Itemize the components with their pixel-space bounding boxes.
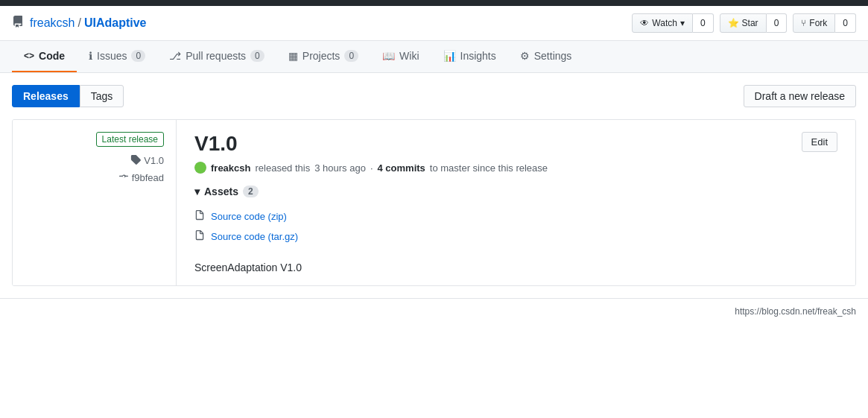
releases-sidebar: Latest release V1.0 f9bfead [13,120,177,285]
releases-page: Releases Tags Draft a new release Latest… [0,73,868,298]
asset-zip-label: Source code (zip) [211,211,287,222]
release-verb: released this [255,162,310,174]
asset-zip-link[interactable]: Source code (zip) [194,206,837,227]
releases-toolbar: Releases Tags Draft a new release [12,85,856,107]
watch-count: 0 [693,13,714,33]
tab-settings[interactable]: ⚙ Settings [508,41,584,72]
tag-icon [130,154,141,167]
tab-projects-label: Projects [302,50,340,62]
tab-issues[interactable]: ℹ Issues 0 [77,41,157,72]
projects-icon: ▦ [288,50,298,62]
asset-targz-link[interactable]: Source code (tar.gz) [194,227,837,247]
release-time: 3 hours ago [314,162,366,174]
tab-wiki[interactable]: 📖 Wiki [370,41,431,72]
release-author-link[interactable]: freakcsh [211,162,250,174]
top-bar [0,0,868,6]
release-description: ScreenAdaptation V1.0 [194,262,837,273]
repo-icon [12,16,24,31]
commits-suffix: to master since this release [430,162,548,174]
tab-insights-label: Insights [460,50,496,62]
watch-label: Watch [652,18,677,28]
star-count: 0 [767,13,788,33]
fork-button[interactable]: ⑂ Fork [793,13,835,33]
tab-releases[interactable]: Releases [12,85,80,107]
tab-code-label: Code [39,50,65,62]
sidebar-commit-row: f9bfead [25,171,164,184]
star-button[interactable]: ⭐ Star [720,13,767,33]
fork-btn-group: ⑂ Fork 0 [793,13,856,33]
file-icon-zip [194,210,205,223]
footer: https://blog.csdn.net/freak_csh [0,298,868,324]
pr-badge: 0 [250,50,264,62]
repo-name-link[interactable]: UIAdaptive [84,16,147,30]
header-actions: 👁 Watch ▾ 0 ⭐ Star 0 ⑂ Fork 0 [632,13,856,33]
tab-insights[interactable]: 📊 Insights [431,41,508,72]
tab-releases-label: Releases [23,90,69,102]
fork-label: Fork [809,18,827,28]
tab-code[interactable]: <> Code [12,41,77,72]
insights-icon: 📊 [443,50,456,62]
release-dot: · [370,162,373,174]
tab-tags-label: Tags [91,90,113,102]
tab-settings-label: Settings [534,50,572,62]
repo-owner-link[interactable]: freakcsh [30,16,75,30]
release-meta: freakcsh released this 3 hours ago · 4 c… [194,162,837,174]
draft-new-release-button[interactable]: Draft a new release [744,85,856,107]
wiki-icon: 📖 [382,50,395,62]
fork-count: 0 [835,13,856,33]
author-avatar [194,162,206,174]
tab-tags[interactable]: Tags [80,85,124,107]
tab-wiki-label: Wiki [399,50,419,62]
code-icon: <> [24,51,34,61]
issues-badge: 0 [131,50,145,62]
sidebar-tag-value: V1.0 [144,155,164,166]
asset-targz-label: Source code (tar.gz) [211,231,298,242]
tab-pull-requests[interactable]: ⎇ Pull requests 0 [157,41,276,72]
sidebar-commit-link[interactable]: f9bfead [132,172,164,183]
repo-breadcrumb: freakcsh / UIAdaptive [12,16,147,31]
watch-button[interactable]: 👁 Watch ▾ [632,13,693,33]
pr-icon: ⎇ [169,50,181,62]
assets-section: ▾ Assets 2 Source code (zip) Source code… [194,186,837,247]
releases-tabs: Releases Tags [12,85,124,107]
fork-icon: ⑂ [801,18,806,28]
tab-issues-label: Issues [97,50,127,62]
sidebar-tag-row: V1.0 [25,154,164,167]
watch-dropdown-icon: ▾ [680,18,685,28]
latest-release-badge: Latest release [96,132,164,147]
star-icon: ⭐ [728,18,739,28]
projects-badge: 0 [344,50,358,62]
footer-url: https://blog.csdn.net/freak_csh [735,306,856,317]
edit-release-button[interactable]: Edit [802,132,837,152]
nav-tabs: <> Code ℹ Issues 0 ⎇ Pull requests 0 ▦ P… [0,41,868,73]
tab-projects[interactable]: ▦ Projects 0 [276,41,370,72]
chevron-down-icon: ▾ [194,186,200,197]
issues-icon: ℹ [89,50,92,62]
avatar-image [194,162,206,174]
tab-pr-label: Pull requests [186,50,246,62]
eye-icon: 👁 [640,18,649,28]
header: freakcsh / UIAdaptive 👁 Watch ▾ 0 ⭐ Star… [0,6,868,41]
releases-content: Latest release V1.0 f9bfead V1.0 Edit [12,119,856,286]
releases-main: V1.0 Edit freakcsh released this 3 hours… [177,120,855,285]
commits-link[interactable]: 4 commits [378,162,425,174]
watch-btn-group: 👁 Watch ▾ 0 [632,13,713,33]
assets-count-badge: 2 [243,186,259,197]
star-btn-group: ⭐ Star 0 [720,13,788,33]
star-label: Star [742,18,758,28]
settings-icon: ⚙ [520,50,530,62]
commit-icon [118,171,129,184]
assets-label: Assets [204,186,238,197]
breadcrumb-sep: / [77,16,80,30]
release-title: V1.0 [194,132,238,156]
assets-header[interactable]: ▾ Assets 2 [194,186,837,197]
file-icon-targz [194,230,205,243]
